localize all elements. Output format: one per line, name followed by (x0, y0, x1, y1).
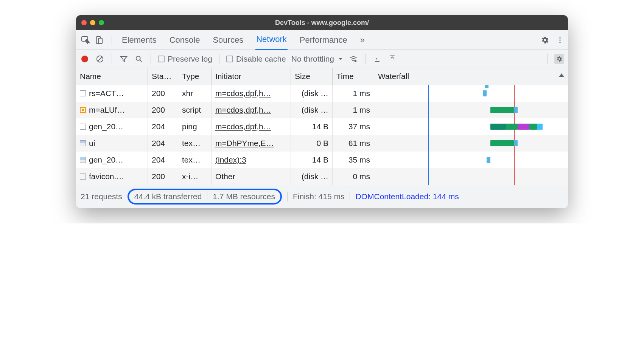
checkbox-icon (158, 56, 165, 62)
column-time[interactable]: Time (333, 68, 374, 85)
request-type: tex… (178, 135, 212, 152)
status-code: 200 (148, 102, 178, 118)
traffic-lights (81, 20, 104, 25)
request-size: 14 B (291, 152, 333, 168)
timing-bar (490, 124, 506, 130)
import-har-icon[interactable] (372, 54, 382, 64)
column-initiator[interactable]: Initiator (212, 68, 291, 85)
initiator-link[interactable]: m=cdos,dpf,h… (215, 89, 271, 98)
tab-console[interactable]: Console (169, 31, 201, 50)
request-name: m=aLUf… (89, 105, 125, 115)
column-type[interactable]: Type (178, 68, 212, 85)
separator (112, 35, 112, 45)
column-name[interactable]: Name (76, 68, 148, 85)
initiator-link[interactable]: (index):3 (215, 155, 246, 164)
disable-cache-label: Disable cache (236, 54, 286, 64)
kebab-menu-icon[interactable] (555, 35, 565, 45)
initiator-link[interactable]: m=DhPYme,E… (215, 139, 274, 148)
column-waterfall[interactable]: Waterfall (374, 68, 568, 85)
device-toggle-icon[interactable] (94, 35, 104, 45)
table-row[interactable]: favicon.…200x-i…Other(disk …0 ms (76, 168, 568, 185)
load-event-line (514, 168, 515, 185)
svg-line-7 (98, 57, 102, 61)
panel-tabs: Elements Console Sources Network Perform… (118, 30, 535, 50)
status-bar: 21 requests 44.4 kB transferred 1.7 MB r… (76, 185, 568, 208)
record-button[interactable] (80, 54, 90, 64)
tab-performance[interactable]: Performance (299, 31, 348, 50)
transfer-highlight: 44.4 kB transferred 1.7 MB resources (128, 189, 282, 205)
table-row[interactable]: rs=ACT…200xhrm=cdos,dpf,h…(disk …1 ms (76, 85, 568, 102)
table-row[interactable]: ui204tex…m=DhPYme,E…0 B61 ms (76, 135, 568, 152)
request-size: (disk … (291, 85, 333, 102)
request-size: 14 B (291, 118, 333, 135)
doc-file-icon (80, 174, 86, 180)
load-event-line (514, 85, 515, 102)
waterfall-cell (374, 102, 568, 118)
minimize-window-button[interactable] (90, 20, 95, 25)
initiator-link[interactable]: m=cdos,dpf,h… (215, 105, 271, 115)
request-time: 1 ms (333, 85, 374, 102)
network-conditions-icon[interactable] (348, 54, 358, 64)
request-name: gen_20… (89, 122, 123, 131)
request-name: gen_20… (89, 155, 123, 164)
devtools-tabbar: Elements Console Sources Network Perform… (76, 30, 568, 50)
maximize-window-button[interactable] (99, 20, 104, 25)
status-code: 204 (148, 118, 178, 135)
tab-network[interactable]: Network (255, 30, 288, 50)
close-window-button[interactable] (81, 20, 87, 25)
filter-icon[interactable] (119, 54, 129, 64)
throttling-label: No throttling (291, 54, 334, 64)
request-type: x-i… (178, 168, 212, 185)
domcontentloaded-line (428, 168, 429, 185)
network-settings-gear-icon[interactable] (554, 54, 564, 64)
clear-button[interactable] (95, 54, 105, 64)
disable-cache-checkbox[interactable]: Disable cache (226, 54, 286, 64)
preserve-log-checkbox[interactable]: Preserve log (158, 54, 212, 64)
doc-file-icon (80, 90, 86, 96)
inspect-element-icon[interactable] (81, 35, 90, 45)
network-toolbar: Preserve log Disable cache No throttling (76, 50, 568, 68)
timing-bar (537, 124, 543, 130)
js-file-icon (80, 107, 86, 113)
tab-elements[interactable]: Elements (121, 31, 157, 50)
table-row[interactable]: gen_20…204pingm=cdos,dpf,h…14 B37 ms (76, 118, 568, 135)
window-title: DevTools - www.google.com/ (76, 19, 568, 27)
svg-rect-2 (98, 38, 102, 43)
finish-time: Finish: 415 ms (293, 192, 345, 201)
throttling-dropdown[interactable]: No throttling (291, 54, 343, 64)
request-type: ping (178, 118, 212, 135)
request-time: 1 ms (333, 102, 374, 118)
initiator-link[interactable]: m=cdos,dpf,h… (215, 122, 271, 131)
table-row[interactable]: gen_20…204tex…(index):314 B35 ms (76, 152, 568, 168)
separator (112, 54, 112, 64)
column-status[interactable]: Sta… (148, 68, 178, 85)
table-row[interactable]: m=aLUf…200scriptm=cdos,dpf,h…(disk …1 ms (76, 102, 568, 118)
timing-bar (514, 107, 518, 113)
column-waterfall-label: Waterfall (378, 72, 409, 81)
svg-point-4 (559, 39, 560, 40)
timing-bar (506, 124, 518, 130)
export-har-icon[interactable] (387, 54, 397, 64)
request-type: script (178, 102, 212, 118)
img-file-icon (80, 157, 86, 163)
request-time: 37 ms (333, 118, 374, 135)
preserve-log-label: Preserve log (168, 54, 212, 64)
search-icon[interactable] (134, 54, 144, 64)
timing-bar (487, 157, 490, 163)
titlebar: DevTools - www.google.com/ (76, 15, 568, 30)
tabs-overflow-button[interactable]: » (359, 31, 366, 50)
waterfall-cell (374, 152, 568, 168)
table-header: Name Sta… Type Initiator Size Time Water… (76, 68, 568, 85)
checkbox-icon (226, 56, 233, 62)
request-name: favicon.… (89, 172, 124, 181)
timing-bar (529, 124, 537, 130)
settings-gear-icon[interactable] (540, 35, 550, 45)
timing-bar (490, 140, 513, 146)
separator (547, 54, 548, 64)
devtools-window: DevTools - www.google.com/ Elements Cons… (76, 15, 568, 208)
request-size: (disk … (291, 168, 333, 185)
tab-sources[interactable]: Sources (212, 31, 244, 50)
separator (219, 54, 219, 64)
column-size[interactable]: Size (291, 68, 333, 85)
svg-point-10 (355, 60, 357, 62)
